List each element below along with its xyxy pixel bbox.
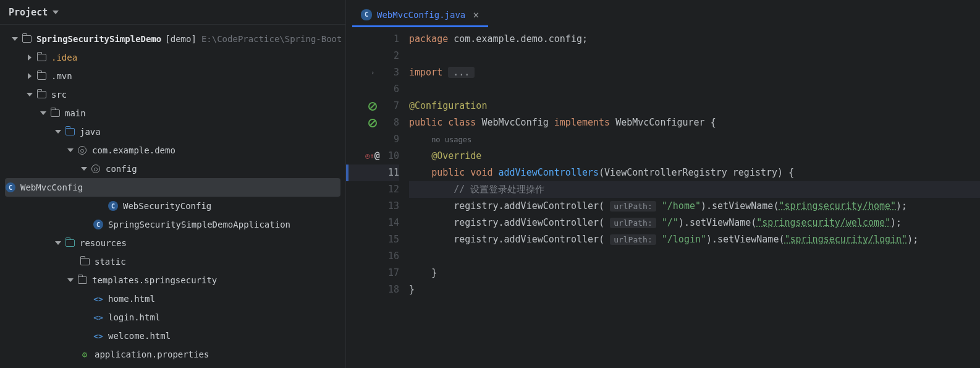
tree-file-webmvcconfig[interactable]: C WebMvcConfig <box>5 178 340 197</box>
properties-icon: ⚙ <box>82 349 87 359</box>
folder-icon <box>37 91 46 98</box>
chevron-right-icon <box>28 54 32 61</box>
chevron-down-icon <box>55 130 61 134</box>
folder-icon <box>51 109 60 117</box>
folder-icon <box>37 72 46 80</box>
param-hint: urlPath: <box>610 218 656 228</box>
tab-label: WebMvcConfig.java <box>377 10 465 20</box>
implements-icon[interactable]: ◎↑ <box>365 148 374 165</box>
html-icon: <> <box>93 332 103 341</box>
folded-region[interactable]: ... <box>448 67 475 78</box>
tree-folder-resources[interactable]: resources <box>0 234 345 252</box>
tree-file-login[interactable]: <> login.html <box>0 308 345 327</box>
class-icon: C <box>6 182 15 192</box>
chevron-down-icon <box>67 148 74 152</box>
project-header[interactable]: Project <box>0 0 345 25</box>
tree-file-home[interactable]: <> home.html <box>0 289 345 308</box>
gutter: 1 2 ›3 6 7 8 9 ◎↑@10 11 12 13 14 15 16 1… <box>346 27 405 368</box>
project-tree: SpringSecuritySimpleDemo [demo] E:\CodeP… <box>0 25 345 368</box>
folder-icon <box>80 258 90 265</box>
project-name: SpringSecuritySimpleDemo <box>36 34 161 44</box>
tree-file-welcome[interactable]: <> welcome.html <box>0 327 345 345</box>
module-icon <box>22 35 32 43</box>
editor-pane: C WebMvcConfig.java × 1 2 ›3 6 7 8 9 ◎↑@… <box>346 0 980 368</box>
tree-folder-mvn[interactable]: .mvn <box>0 67 345 85</box>
tree-file-websecurityconfig[interactable]: C WebSecurityConfig <box>0 197 345 215</box>
tree-file-application-class[interactable]: C SpringSecuritySimpleDemoApplication <box>0 215 345 234</box>
tree-file-properties[interactable]: ⚙ application.properties <box>0 345 345 364</box>
project-path: E:\CodePractice\Spring-Boot <box>201 34 342 44</box>
param-hint: urlPath: <box>610 201 656 212</box>
chevron-down-icon <box>53 11 59 14</box>
project-tool-window: Project SpringSecuritySimpleDemo [demo] … <box>0 0 346 368</box>
project-title: Project <box>9 7 48 18</box>
tree-folder-idea[interactable]: .idea <box>0 48 345 67</box>
class-run-icon: C <box>93 220 103 229</box>
code-text[interactable]: package com.example.demo.config; import … <box>405 27 980 368</box>
module-suffix: [demo] <box>165 34 196 44</box>
editor-tabs: C WebMvcConfig.java × <box>346 0 980 27</box>
html-icon: <> <box>93 294 103 304</box>
package-icon: ○ <box>78 146 87 155</box>
chevron-down-icon <box>67 278 74 282</box>
fold-icon[interactable]: › <box>371 64 375 81</box>
class-icon: C <box>108 201 118 211</box>
close-icon[interactable]: × <box>473 9 479 21</box>
tree-root[interactable]: SpringSecuritySimpleDemo [demo] E:\CodeP… <box>0 30 345 48</box>
tree-package-config[interactable]: ○ config <box>0 160 345 178</box>
tree-folder-templates[interactable]: templates.springsecurity <box>0 271 345 289</box>
chevron-down-icon <box>12 37 18 41</box>
tree-folder-static[interactable]: static <box>0 252 345 271</box>
chevron-down-icon <box>55 241 61 245</box>
chevron-down-icon <box>40 111 46 115</box>
html-icon: <> <box>93 313 103 322</box>
vcs-change-marker <box>346 165 348 181</box>
resources-folder-icon <box>65 239 75 247</box>
folder-icon <box>78 276 87 284</box>
chevron-right-icon <box>28 73 32 79</box>
tree-folder-java[interactable]: java <box>0 122 345 141</box>
tree-folder-src[interactable]: src <box>0 85 345 104</box>
code-area[interactable]: 1 2 ›3 6 7 8 9 ◎↑@10 11 12 13 14 15 16 1… <box>346 27 980 368</box>
chevron-down-icon <box>27 93 33 96</box>
override-icon[interactable] <box>368 119 377 127</box>
usages-hint[interactable]: no usages <box>431 135 471 144</box>
tree-package[interactable]: ○ com.example.demo <box>0 141 345 160</box>
source-folder-icon <box>65 128 75 135</box>
tab-webmvcconfig[interactable]: C WebMvcConfig.java × <box>352 4 488 27</box>
folder-icon <box>37 54 46 61</box>
param-hint: urlPath: <box>610 234 656 245</box>
package-icon: ○ <box>91 165 100 173</box>
class-icon: C <box>361 9 372 20</box>
tree-folder-main[interactable]: main <box>0 104 345 122</box>
chevron-down-icon <box>81 167 87 171</box>
override-icon[interactable] <box>368 102 377 111</box>
